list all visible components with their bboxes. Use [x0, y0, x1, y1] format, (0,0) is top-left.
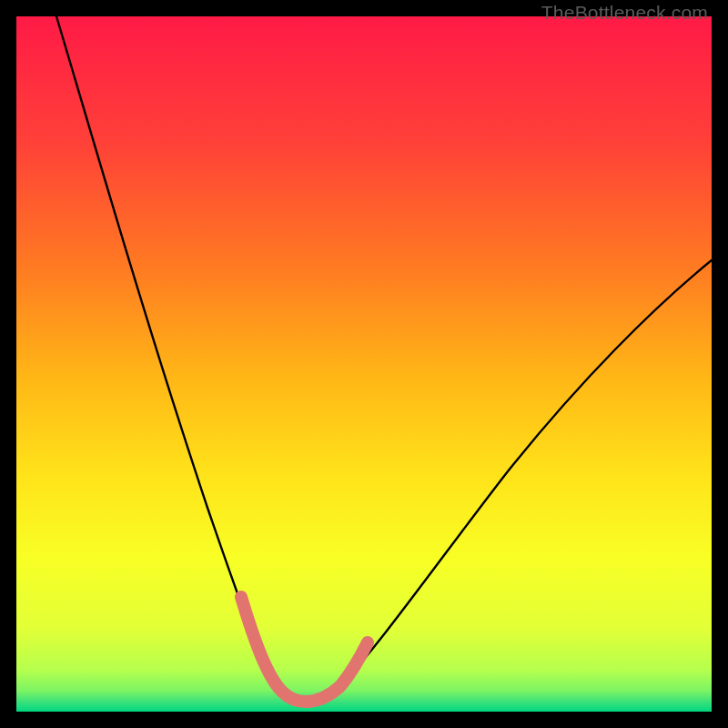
chart-background [16, 16, 712, 712]
bottleneck-chart [16, 16, 712, 712]
watermark-text: TheBottleneck.com [541, 2, 708, 24]
chart-frame [16, 16, 712, 712]
